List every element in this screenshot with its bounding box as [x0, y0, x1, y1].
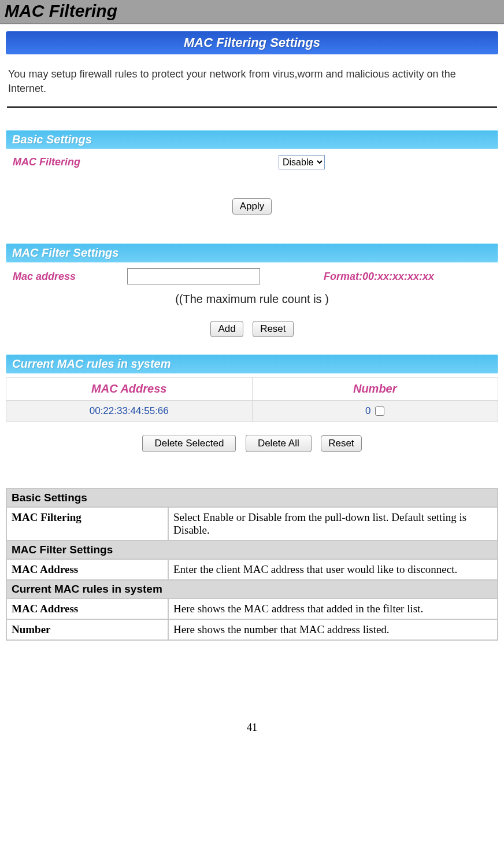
- mac-address-label: Mac address: [13, 271, 134, 283]
- page-number: 41: [0, 641, 504, 741]
- mac-address-row: Mac address Format:00:xx:xx:xx:xx: [6, 263, 498, 290]
- desc-key: MAC Filtering: [6, 507, 168, 541]
- rule-count-text: ((The maximum rule count is ): [6, 290, 498, 310]
- mac-format-hint: Format:00:xx:xx:xx:xx: [324, 271, 434, 283]
- delete-all-button[interactable]: Delete All: [246, 435, 312, 452]
- mac-filtering-label: MAC Filtering: [13, 156, 134, 168]
- reset-rules-button[interactable]: Reset: [321, 435, 361, 452]
- mac-filtering-select[interactable]: Disable: [279, 155, 325, 169]
- table-row: 00:22:33:44:55:66 0: [6, 401, 498, 422]
- panel-title: MAC Filtering Settings: [6, 31, 498, 54]
- desc-val: Select Enable or Disable from the pull-d…: [168, 507, 498, 541]
- apply-button[interactable]: Apply: [232, 198, 272, 215]
- current-rules-header: Current MAC rules in system: [6, 354, 498, 374]
- divider: [7, 106, 497, 108]
- desc-val: Here shows the MAC address that added in…: [168, 598, 498, 619]
- desc-val: Enter the client MAC address that user w…: [168, 559, 498, 580]
- cell-number: 0: [253, 401, 498, 422]
- basic-settings-header: Basic Settings: [6, 130, 498, 149]
- page-title: MAC Filtering: [0, 0, 504, 24]
- col-mac-address: MAC Address: [6, 378, 253, 400]
- desc-key: MAC Address: [6, 559, 168, 580]
- cell-mac-address: 00:22:33:44:55:66: [6, 401, 253, 422]
- mac-filtering-row: MAC Filtering Disable: [6, 149, 498, 175]
- col-number: Number: [253, 378, 498, 400]
- cell-number-value: 0: [365, 405, 370, 417]
- intro-text: You may setup firewall rules to protect …: [6, 54, 498, 106]
- add-button[interactable]: Add: [210, 321, 243, 337]
- description-table: Basic Settings MAC Filtering Select Enab…: [6, 488, 498, 641]
- desc-basic-header: Basic Settings: [6, 489, 498, 507]
- row-checkbox[interactable]: [375, 406, 384, 416]
- mac-address-input[interactable]: [127, 268, 260, 284]
- desc-current-header: Current MAC rules in system: [6, 580, 498, 598]
- mac-rules-table: MAC Address Number 00:22:33:44:55:66 0: [6, 377, 498, 422]
- desc-val: Here shows the number that MAC address l…: [168, 619, 498, 640]
- desc-key: MAC Address: [6, 598, 168, 619]
- mac-filter-settings-header: MAC Filter Settings: [6, 243, 498, 263]
- settings-panel: MAC Filtering Settings You may setup fir…: [0, 24, 504, 464]
- desc-filter-header: MAC Filter Settings: [6, 541, 498, 559]
- table-header-row: MAC Address Number: [6, 377, 498, 401]
- delete-selected-button[interactable]: Delete Selected: [142, 435, 236, 452]
- reset-button[interactable]: Reset: [253, 321, 293, 337]
- desc-key: Number: [6, 619, 168, 640]
